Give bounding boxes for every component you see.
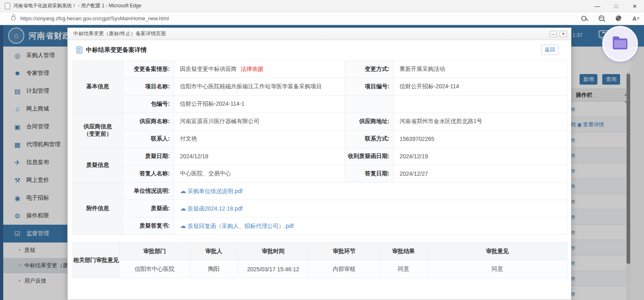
approval-header-person: 审批人 xyxy=(190,243,238,260)
approval-stage: 内部审核 xyxy=(309,260,380,278)
modal-minimize-button[interactable]: — xyxy=(550,31,557,37)
table-row: 附件信息 单位情况说明: ☁采购单位情况说明.pdf xyxy=(73,183,567,200)
approval-table: 相关部门审批意见 审批部门 审批人 审批时间 审批环节 审批结果 审批意见 信阳… xyxy=(73,242,567,278)
cloud-download-icon: ☁ xyxy=(180,187,186,194)
browser-urlbar[interactable]: https://xinyang.zfcg.henan.gov.cn/cgpt/S… xyxy=(0,12,644,25)
legal-basis-link[interactable]: 法律依据 xyxy=(241,66,263,72)
field-value: 2024/12/19 xyxy=(394,148,567,165)
approval-header-result: 审批结果 xyxy=(380,243,428,260)
table-row: 联系人: 付文艳 联系方式: 15639702265 xyxy=(73,130,567,148)
table-row: 质疑信息 质疑日期: 2024/12/18 收到质疑函日期: 2024/12/1… xyxy=(73,148,567,165)
table-row: 质疑函: ☁质疑函2024.12.18.pdf xyxy=(73,200,567,217)
change-case-value: 因质疑变更中标供应商 xyxy=(180,66,237,72)
cloud-download-icon: ☁ xyxy=(180,222,186,229)
field-label: 供应商地址: xyxy=(345,113,394,130)
unit-desc-pdf-link[interactable]: 采购单位情况说明.pdf xyxy=(188,188,242,194)
table-row: 基本信息 变更备案情形: 因质疑变更中标供应商法律依据 变更方式: 重新开展采购… xyxy=(73,61,567,78)
modal-titlebar: 中标结果变更（废标/终止）备案详情页面 — ✕ xyxy=(68,28,571,40)
group-query-info: 质疑信息 xyxy=(73,148,123,183)
reply-letter-pdf-link[interactable]: 质疑回复函（采购人、招标代理公司）.pdf xyxy=(188,223,293,229)
approval-dept: 信阳市中心医院 xyxy=(120,260,190,278)
field-value: 15639702265 xyxy=(394,130,567,148)
password-key-icon[interactable] xyxy=(581,15,589,23)
window-maximize-button[interactable]: □ xyxy=(607,0,625,12)
field-value: 信阳市中心医院核磁共振输注工作站等医学装备采购项目 xyxy=(174,78,345,96)
field-value: 河南富源百川医疗器械有限公司 xyxy=(174,113,345,130)
field-value: 因质疑变更中标供应商法律依据 xyxy=(174,61,345,78)
field-value: 信财公开招标-2024-114-1 xyxy=(174,96,345,113)
read-aloud-icon[interactable]: A xyxy=(632,15,640,23)
modal-page-title: 中标结果变更备案详情 xyxy=(86,46,147,54)
document-icon xyxy=(77,47,82,53)
field-value: 河南省郑州市金水区优胜北路1号 xyxy=(394,113,567,130)
approval-opinion: 同意 xyxy=(428,260,567,278)
approval-header-time: 审批时间 xyxy=(238,243,309,260)
field-label: 供应商名称: xyxy=(123,113,174,130)
field-value: 付文艳 xyxy=(174,130,345,148)
address-url[interactable]: https://xinyang.zfcg.henan.gov.cn/cgpt/S… xyxy=(20,15,169,21)
field-label: 质疑答复书: xyxy=(123,217,174,235)
modal-window-title: 中标结果变更（废标/终止）备案详情页面 xyxy=(73,30,166,37)
table-row: 质疑答复书: ☁质疑回复函（采购人、招标代理公司）.pdf xyxy=(73,217,567,235)
field-value: ☁采购单位情况说明.pdf xyxy=(174,183,567,200)
field-label: 答复日期: xyxy=(345,165,394,183)
detail-table: 基本信息 变更备案情形: 因质疑变更中标供应商法律依据 变更方式: 重新开展采购… xyxy=(73,60,567,235)
approval-header-stage: 审批环节 xyxy=(309,243,380,260)
field-value-empty xyxy=(394,96,567,113)
table-row: 相关部门审批意见 审批部门 审批人 审批时间 审批环节 审批结果 审批意见 xyxy=(73,243,567,260)
field-value: 2024/12/27 xyxy=(394,165,567,183)
bid-change-detail-modal: 中标结果变更（废标/终止）备案详情页面 — ✕ 中标结果变更备案详情 返回 基本… xyxy=(67,28,571,300)
page-icon xyxy=(5,3,10,9)
field-value: 2024/12/18 xyxy=(174,148,345,165)
field-label: 质疑日期: xyxy=(123,148,174,165)
lock-icon[interactable] xyxy=(11,17,15,20)
table-row: 供应商信息（变更前） 供应商名称: 河南富源百川医疗器械有限公司 供应商地址: … xyxy=(73,113,567,130)
group-basic-info: 基本信息 xyxy=(73,61,123,113)
field-label: 变更备案情形: xyxy=(123,61,174,78)
modal-close-button[interactable]: ✕ xyxy=(560,31,567,37)
browser-titlebar: 河南省电子化政府采购系统！ - 用户配置 1 - Microsoft Edge … xyxy=(0,0,644,12)
files-icon xyxy=(613,38,627,49)
window-minimize-button[interactable]: — xyxy=(588,0,607,12)
field-label: 联系人: xyxy=(123,130,174,148)
table-row: 包编号: 信财公开招标-2024-114-1 xyxy=(73,96,567,113)
approval-header-dept: 审批部门 xyxy=(120,243,190,260)
group-approval-opinions: 相关部门审批意见 xyxy=(73,243,120,278)
approval-result: 同意 xyxy=(380,260,428,278)
field-label: 收到质疑函日期: xyxy=(345,148,394,165)
table-row: 项目名称: 信阳市中心医院核磁共振输注工作站等医学装备采购项目 项目编号: 信财… xyxy=(73,78,567,96)
group-attachment-info: 附件信息 xyxy=(73,183,123,235)
browser-extension-icon[interactable] xyxy=(615,15,623,23)
field-label: 单位情况说明: xyxy=(123,183,174,200)
field-label: 项目名称: xyxy=(123,78,174,96)
field-label: 项目编号: xyxy=(345,78,394,96)
field-label: 答复人名称: xyxy=(123,165,174,183)
field-value: 中心医院、交易中心 xyxy=(174,165,345,183)
field-value: 重新开展采购活动 xyxy=(394,61,567,78)
approval-header-opinion: 审批意见 xyxy=(428,243,567,260)
table-row: 答复人名称: 中心医院、交易中心 答复日期: 2024/12/27 xyxy=(73,165,567,183)
query-letter-pdf-link[interactable]: 质疑函2024.12.18.pdf xyxy=(188,205,242,212)
field-label: 联系方式: xyxy=(345,130,394,148)
approval-time: 2025/03/17 15:46:12 xyxy=(238,260,309,278)
field-label: 质疑函: xyxy=(123,200,174,217)
group-supplier-info: 供应商信息（变更前） xyxy=(73,113,123,148)
cloud-download-icon: ☁ xyxy=(180,205,186,212)
field-value: 信财公开招标-2024-114 xyxy=(394,78,567,96)
field-label: 包编号: xyxy=(123,96,174,113)
window-close-button[interactable]: ✕ xyxy=(625,0,644,12)
field-value: ☁质疑回复函（采购人、招标代理公司）.pdf xyxy=(174,217,567,235)
field-label-empty xyxy=(345,96,394,113)
approval-person: 陶阳 xyxy=(190,260,238,278)
floating-assistant-widget[interactable] xyxy=(602,26,638,62)
field-label: 变更方式: xyxy=(345,61,394,78)
field-value: ☁质疑函2024.12.18.pdf xyxy=(174,200,567,217)
back-button[interactable]: 返回 xyxy=(541,45,559,55)
browser-window-title: 河南省电子化政府采购系统！ - 用户配置 1 - Microsoft Edge xyxy=(13,2,141,9)
zoom-out-icon[interactable] xyxy=(598,15,606,23)
table-row: 信阳市中心医院 陶阳 2025/03/17 15:46:12 内部审核 同意 同… xyxy=(73,260,567,278)
